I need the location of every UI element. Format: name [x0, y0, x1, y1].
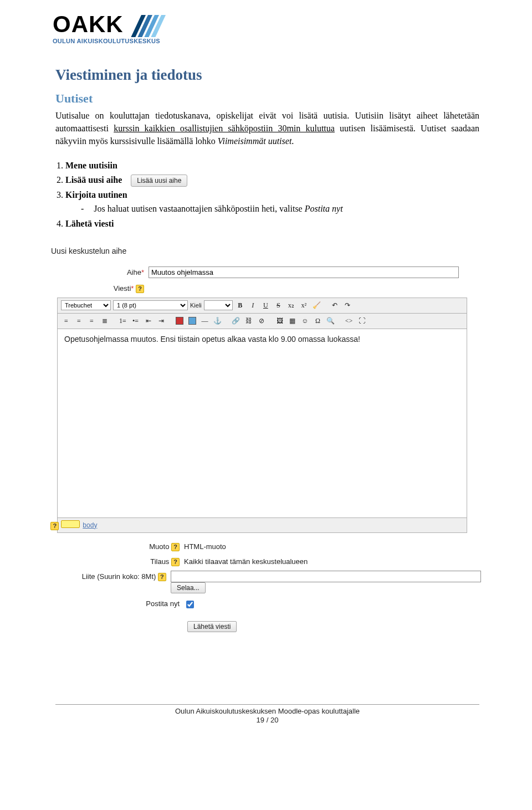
fullscreen-icon[interactable]: ⛶ [356, 316, 367, 326]
editor-toolbar-1: Trebuchet 1 (8 pt) Kieli B I U S x₂ x² 🧹… [58, 298, 467, 314]
browse-button[interactable]: Selaa... [171, 582, 206, 593]
form-title: Uusi keskustelun aihe [51, 247, 482, 255]
add-topic-button[interactable]: Lisää uusi aihe [131, 175, 187, 187]
help-icon[interactable]: ? [158, 573, 166, 581]
footer-line-1: Oulun Aikuiskoulutuskeskuksen Moodle-opa… [55, 707, 479, 715]
step-1: Mene uutisiin [65, 159, 479, 173]
intro-paragraph: Uutisalue on kouluttajan tiedotuskanava,… [55, 109, 479, 148]
indent-icon[interactable]: ⇥ [156, 316, 166, 326]
hr-icon[interactable]: — [200, 316, 210, 326]
logo: OAKK OULUN AIKUISKOULUTUSKESKUS [53, 11, 171, 44]
image-icon[interactable]: 🖼 [274, 316, 285, 326]
align-left-icon[interactable]: ≡ [61, 316, 71, 326]
subscription-value: Kaikki tilaavat tämän keskustelualueen [184, 556, 308, 566]
list-bullet-icon[interactable]: •≡ [130, 316, 141, 326]
justify-icon[interactable]: ≣ [99, 316, 110, 326]
anchor-icon[interactable]: ⚓ [212, 316, 223, 326]
find-icon[interactable]: 🔍 [325, 316, 336, 326]
unlink-icon[interactable]: ⛓ [243, 316, 254, 326]
step-3-sub: Jos haluat uutisen vastaanottajien sähkö… [81, 202, 479, 216]
post-now-checkbox[interactable] [186, 601, 194, 608]
italic-icon[interactable]: I [248, 300, 258, 311]
step-4: Lähetä viesti [65, 217, 479, 231]
align-center-icon[interactable]: ≡ [74, 316, 84, 326]
superscript-icon[interactable]: x² [299, 300, 309, 311]
special-char-icon[interactable]: Ω [313, 316, 323, 326]
language-label: Kieli [190, 302, 202, 309]
language-select[interactable] [204, 300, 233, 310]
footer-page-number: 19 / 20 [55, 716, 479, 724]
attachment-path-input[interactable] [171, 571, 481, 582]
redo-icon[interactable]: ↷ [342, 300, 353, 311]
outdent-icon[interactable]: ⇤ [143, 316, 154, 326]
page-footer: Oulun Aikuiskoulutuskeskuksen Moodle-opa… [55, 704, 479, 724]
bg-color-icon[interactable] [187, 316, 197, 326]
resize-handle-icon[interactable] [61, 520, 80, 528]
font-size-select[interactable]: 1 (8 pt) [113, 300, 188, 310]
editor-toolbar-2: ≡ ≡ ≡ ≣ 1≡ •≡ ⇤ ⇥ — ⚓ 🔗 ⛓ ⊘ 🖼 ▦ [58, 314, 467, 329]
html-source-icon[interactable]: <> [344, 316, 354, 326]
step-2: Lisää uusi aihe Lisää uusi aihe [65, 173, 479, 187]
editor-content[interactable]: Opetusohjelmassa muutos. Ensi tiistain o… [58, 329, 467, 517]
logo-stripes-icon [128, 11, 171, 38]
section-heading: Uutiset [55, 91, 479, 106]
subscription-label: Tilaus ? [50, 556, 184, 566]
bold-icon[interactable]: B [235, 300, 245, 311]
rich-text-editor: Trebuchet 1 (8 pt) Kieli B I U S x₂ x² 🧹… [57, 298, 467, 533]
format-value: HTML-muoto [184, 541, 226, 551]
undo-icon[interactable]: ↶ [330, 300, 340, 311]
logo-text: OAKK [53, 11, 124, 38]
post-now-label: Postita nyt [50, 598, 184, 608]
underline-icon[interactable]: U [260, 300, 271, 311]
page-heading: Viestiminen ja tiedotus [55, 66, 479, 84]
attachment-label: Liite (Suurin koko: 8Mt) ? [50, 571, 171, 581]
message-label: Viesti* ? [50, 283, 149, 293]
strike-icon[interactable]: S [273, 300, 284, 311]
step-3: Kirjoita uutinen Jos haluat uutisen vast… [65, 188, 479, 216]
table-icon[interactable]: ▦ [287, 316, 298, 326]
link-icon[interactable]: 🔗 [231, 316, 241, 326]
subject-label: Aihe* [50, 266, 149, 276]
help-icon[interactable]: ? [171, 543, 180, 551]
clean-icon[interactable]: 🧹 [311, 300, 322, 311]
emoji-icon[interactable]: ☺ [300, 316, 310, 326]
logo-subtitle: OULUN AIKUISKOULUTUSKESKUS [53, 38, 160, 44]
text-color-icon[interactable] [174, 316, 185, 326]
nolink-icon[interactable]: ⊘ [256, 316, 267, 326]
steps-list: Mene uutisiin Lisää uusi aihe Lisää uusi… [65, 159, 479, 231]
help-icon[interactable]: ? [171, 558, 180, 566]
form-screenshot: Uusi keskustelun aihe Aihe* Viesti* ? Tr… [50, 247, 482, 633]
list-ordered-icon[interactable]: 1≡ [117, 316, 128, 326]
send-message-button[interactable]: Lähetä viesti [187, 621, 237, 632]
help-icon[interactable]: ? [50, 522, 59, 530]
font-select[interactable]: Trebuchet [61, 300, 111, 310]
align-right-icon[interactable]: ≡ [86, 316, 97, 326]
editor-path: Polku: body ? [58, 517, 467, 532]
format-label: Muoto ? [50, 541, 184, 551]
subscript-icon[interactable]: x₂ [286, 300, 296, 311]
subject-input[interactable] [149, 266, 459, 278]
help-icon[interactable]: ? [136, 285, 144, 293]
